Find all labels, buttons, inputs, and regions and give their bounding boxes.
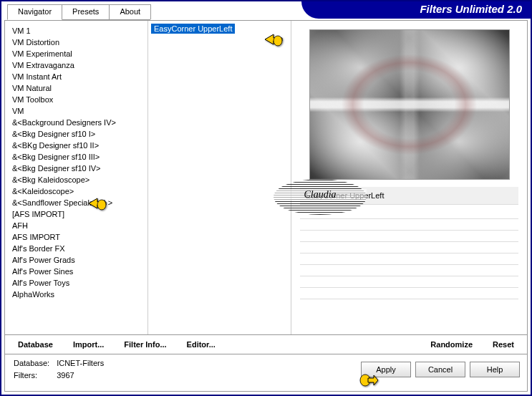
current-filter-name: EasyCorner UpperLeft bbox=[300, 187, 518, 205]
navigator-item[interactable]: Alf's Power Toys bbox=[6, 277, 146, 289]
filters-value: 3967 bbox=[57, 370, 104, 381]
navigator-item[interactable]: VM bbox=[6, 105, 146, 117]
navigator-item[interactable]: &<Bkg Designer sf10 III> bbox=[6, 151, 146, 163]
parameter-rows bbox=[300, 208, 518, 299]
filters-label: Filters: bbox=[14, 370, 55, 381]
navigator-item[interactable]: &<Kaleidoscope> bbox=[6, 185, 146, 197]
header: Filters Unlimited 2.0 NavigatorPresetsAb… bbox=[1, 1, 531, 19]
param-row bbox=[300, 208, 518, 219]
reset-button[interactable]: Reset bbox=[485, 337, 521, 352]
footer: Database:ICNET-Filters Filters:3967 Appl… bbox=[5, 354, 527, 385]
param-row bbox=[300, 253, 518, 265]
navigator-item[interactable]: &<Bkg Designer sf10 IV> bbox=[6, 163, 146, 174]
main-area: VM 1VM DistortionVM ExperimentalVM Extra… bbox=[5, 21, 527, 334]
randomize-button[interactable]: Randomize bbox=[423, 337, 480, 352]
filter-list[interactable]: EasyCorner UpperLeft bbox=[148, 21, 291, 334]
param-row bbox=[300, 288, 518, 299]
param-row bbox=[300, 242, 518, 253]
navigator-item[interactable]: &<Background Designers IV> bbox=[6, 117, 146, 128]
param-row bbox=[300, 276, 518, 288]
tab-presets[interactable]: Presets bbox=[62, 4, 110, 19]
navigator-item[interactable]: AlphaWorks bbox=[6, 289, 146, 300]
navigator-item[interactable]: [AFS IMPORT] bbox=[6, 208, 146, 220]
navigator-item[interactable]: VM 1 bbox=[6, 25, 146, 37]
footer-buttons: Apply Cancel Help bbox=[361, 362, 520, 377]
navigator-item[interactable]: &<Bkg Designer sf10 I> bbox=[6, 128, 146, 140]
param-row bbox=[300, 219, 518, 231]
navigator-list[interactable]: VM 1VM DistortionVM ExperimentalVM Extra… bbox=[5, 21, 148, 334]
database-button[interactable]: Database bbox=[11, 337, 60, 352]
preview-image bbox=[309, 29, 510, 180]
cancel-button[interactable]: Cancel bbox=[415, 362, 465, 377]
navigator-item[interactable]: AFS IMPORT bbox=[6, 231, 146, 243]
db-label: Database: bbox=[14, 358, 55, 369]
footer-info: Database:ICNET-Filters Filters:3967 bbox=[12, 357, 105, 382]
navigator-item[interactable]: &<Sandflower Specials °v° > bbox=[6, 197, 146, 208]
navigator-item[interactable]: VM Experimental bbox=[6, 48, 146, 59]
toolbar: Database Import... Filter Info... Editor… bbox=[5, 334, 527, 354]
navigator-item[interactable]: &<Bkg Kaleidoscope> bbox=[6, 174, 146, 185]
param-row bbox=[300, 231, 518, 242]
navigator-item[interactable]: Alf's Power Grads bbox=[6, 254, 146, 266]
content-area: VM 1VM DistortionVM ExperimentalVM Extra… bbox=[4, 20, 528, 392]
filter-item[interactable]: EasyCorner UpperLeft bbox=[151, 24, 235, 34]
filter-info-button[interactable]: Filter Info... bbox=[117, 337, 173, 352]
navigator-item[interactable]: VM Extravaganza bbox=[6, 59, 146, 71]
apply-button[interactable]: Apply bbox=[361, 362, 411, 377]
help-button[interactable]: Help bbox=[470, 362, 520, 377]
navigator-item[interactable]: VM Distortion bbox=[6, 37, 146, 48]
db-value: ICNET-Filters bbox=[57, 358, 104, 369]
tab-navigator[interactable]: Navigator bbox=[7, 4, 62, 20]
preview-area: EasyCorner UpperLeft bbox=[291, 21, 527, 334]
app-title: Filters Unlimited 2.0 bbox=[420, 3, 522, 15]
param-row bbox=[300, 265, 518, 276]
navigator-item[interactable]: Alf's Power Sines bbox=[6, 266, 146, 277]
import-button[interactable]: Import... bbox=[66, 337, 111, 352]
navigator-item[interactable]: Alf's Border FX bbox=[6, 243, 146, 254]
tab-bar: NavigatorPresetsAbout bbox=[7, 4, 150, 20]
navigator-item[interactable]: AFH bbox=[6, 220, 146, 231]
tab-about[interactable]: About bbox=[109, 4, 151, 19]
navigator-item[interactable]: VM Natural bbox=[6, 82, 146, 94]
editor-button[interactable]: Editor... bbox=[180, 337, 223, 352]
navigator-item[interactable]: &<BKg Designer sf10 II> bbox=[6, 140, 146, 151]
navigator-item[interactable]: VM Instant Art bbox=[6, 71, 146, 82]
navigator-item[interactable]: VM Toolbox bbox=[6, 94, 146, 105]
